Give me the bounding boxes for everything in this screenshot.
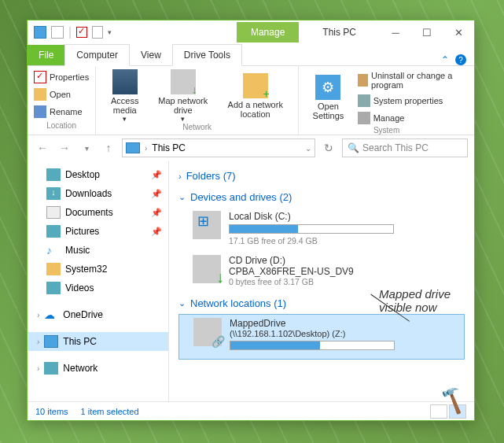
search-input[interactable]: 🔍 Search This PC [342, 138, 468, 157]
manage-context-tab[interactable]: Manage [237, 22, 299, 42]
documents-icon [46, 206, 61, 219]
music-icon: ♪ [46, 244, 61, 257]
hdd-icon: ⊞ [193, 211, 221, 239]
drive-free-space: 17.1 GB free of 29.4 GB [229, 236, 460, 245]
access-media-button[interactable]: Access media▾ [102, 69, 147, 123]
videos-icon [46, 282, 61, 294]
address-bar: ← → ▾ ↑ › This PC ⌄ ↻ 🔍 Search This PC [28, 135, 474, 161]
drive-cd-d[interactable]: ↓ CD Drive (D:) CPBA_X86FRE_EN-US_DV9 0 … [178, 252, 465, 293]
properties-icon: ✓ [34, 71, 46, 83]
section-folders[interactable]: ›Folders (7) [178, 165, 465, 186]
drive-name: MappedDrive [230, 318, 459, 329]
qat-item[interactable] [51, 26, 64, 39]
sidebar-item-pictures[interactable]: Pictures📌 [28, 222, 168, 241]
media-icon [112, 69, 138, 94]
content-pane: ›Folders (7) ⌄Devices and drives (2) ⊞ L… [169, 161, 474, 401]
close-button[interactable]: ✕ [443, 21, 474, 43]
section-devices[interactable]: ⌄Devices and drives (2) [178, 186, 465, 208]
ribbon-collapse-icon[interactable]: ⌃ [441, 54, 449, 65]
folder-icon [46, 263, 61, 275]
sidebar-item-network[interactable]: ›Network [28, 359, 168, 378]
refresh-button[interactable]: ↻ [320, 139, 337, 157]
minimize-button[interactable]: ─ [380, 21, 411, 43]
sidebar-item-music[interactable]: ♪Music [28, 241, 168, 260]
sidebar-item-downloads[interactable]: ↓Downloads📌 [28, 184, 168, 203]
open-button[interactable]: Open [34, 87, 71, 102]
status-selection-count: 1 item selected [81, 407, 139, 416]
search-icon: 🔍 [348, 142, 359, 153]
sidebar-item-onedrive[interactable]: ›☁OneDrive [28, 305, 168, 324]
status-bar: 10 items 1 item selected [28, 401, 474, 420]
chevron-right-icon: › [178, 172, 182, 181]
large-icons-view-button[interactable] [449, 404, 466, 419]
add-location-icon: + [243, 73, 268, 98]
quick-access-toolbar: | ▾ [28, 25, 118, 39]
downloads-icon: ↓ [46, 187, 61, 200]
maximize-button[interactable]: ☐ [411, 21, 443, 43]
desktop-icon [46, 168, 61, 181]
title-bar: | ▾ Manage This PC ─ ☐ ✕ [28, 20, 474, 44]
file-explorer-window: | ▾ Manage This PC ─ ☐ ✕ File Computer V… [27, 20, 475, 421]
settings-icon: ⚙ [315, 75, 340, 100]
rename-icon [34, 105, 46, 118]
map-network-drive-button[interactable]: ↓Map network drive▾ [153, 69, 212, 123]
chevron-down-icon: ⌄ [178, 192, 186, 202]
system-props-icon [358, 94, 370, 107]
sidebar-item-this-pc[interactable]: ›This PC [28, 332, 168, 351]
section-network-locations[interactable]: ⌄Network locations (1) [178, 293, 465, 314]
system-properties-button[interactable]: System properties [358, 93, 468, 109]
drive-capacity-bar [230, 341, 395, 350]
onedrive-icon: ☁ [44, 308, 58, 321]
back-button[interactable]: ← [34, 139, 51, 157]
tab-drive-tools[interactable]: Drive Tools [172, 44, 242, 66]
address-input[interactable]: › This PC ⌄ [122, 138, 315, 157]
uninstall-icon [358, 74, 368, 87]
drive-mapped-z[interactable]: 🔗 MappedDrive (\\192.168.1.102\Desktop) … [178, 314, 465, 360]
ribbon-tabs: File Computer View Drive Tools ⌃ ? [28, 44, 474, 66]
forward-button[interactable]: → [56, 139, 73, 157]
help-icon[interactable]: ? [455, 54, 466, 65]
sidebar-item-desktop[interactable]: Desktop📌 [28, 165, 168, 184]
qat-properties-icon[interactable] [76, 27, 87, 38]
details-view-button[interactable] [430, 404, 447, 419]
recent-locations-button[interactable]: ▾ [78, 139, 95, 157]
open-icon [34, 88, 46, 101]
status-item-count: 10 items [35, 407, 68, 416]
pin-icon: 📌 [151, 189, 162, 199]
drive-local-disk-c[interactable]: ⊞ Local Disk (C:) 17.1 GB free of 29.4 G… [178, 208, 465, 252]
explorer-icon[interactable] [34, 26, 46, 39]
tab-computer[interactable]: Computer [64, 44, 130, 66]
tab-file[interactable]: File [28, 45, 64, 65]
drive-free-space: 0 bytes free of 3.17 GB [229, 277, 460, 286]
rename-button[interactable]: Rename [34, 104, 83, 120]
qat-separator: | [68, 25, 72, 39]
chevron-down-icon: ⌄ [178, 298, 186, 308]
search-placeholder: Search This PC [362, 142, 429, 153]
qat-new-folder-icon[interactable] [92, 26, 103, 39]
manage-icon [358, 112, 370, 124]
drive-capacity-bar [229, 224, 394, 234]
drive-name: Local Disk (C:) [229, 211, 460, 222]
sidebar-item-system32[interactable]: System32 [28, 260, 168, 279]
ribbon-group-location: Location [34, 121, 89, 131]
network-drive-icon: 🔗 [193, 318, 222, 346]
properties-button[interactable]: ✓Properties [34, 69, 89, 85]
drive-path: (\\192.168.1.102\Desktop) (Z:) [230, 329, 459, 338]
ribbon-group-network: Network [102, 123, 292, 133]
this-pc-icon [126, 142, 140, 153]
sidebar-item-documents[interactable]: Documents📌 [28, 203, 168, 222]
sidebar-item-videos[interactable]: Videos [28, 279, 168, 297]
drive-label: CPBA_X86FRE_EN-US_DV9 [229, 266, 460, 277]
network-icon [44, 362, 58, 375]
open-settings-button[interactable]: ⚙Open Settings [305, 75, 351, 120]
up-button[interactable]: ↑ [100, 139, 117, 157]
tab-view[interactable]: View [130, 45, 172, 65]
manage-button[interactable]: Manage [358, 110, 468, 126]
uninstall-program-button[interactable]: Uninstall or change a program [358, 69, 468, 91]
window-title: This PC [299, 27, 380, 38]
pin-icon: 📌 [151, 227, 162, 237]
qat-dropdown-icon[interactable]: ▾ [108, 28, 112, 36]
drive-name: CD Drive (D:) [229, 255, 460, 266]
add-network-location-button[interactable]: +Add a network location [219, 73, 292, 119]
ribbon: ✓Properties Open Rename Location Access … [28, 66, 474, 135]
